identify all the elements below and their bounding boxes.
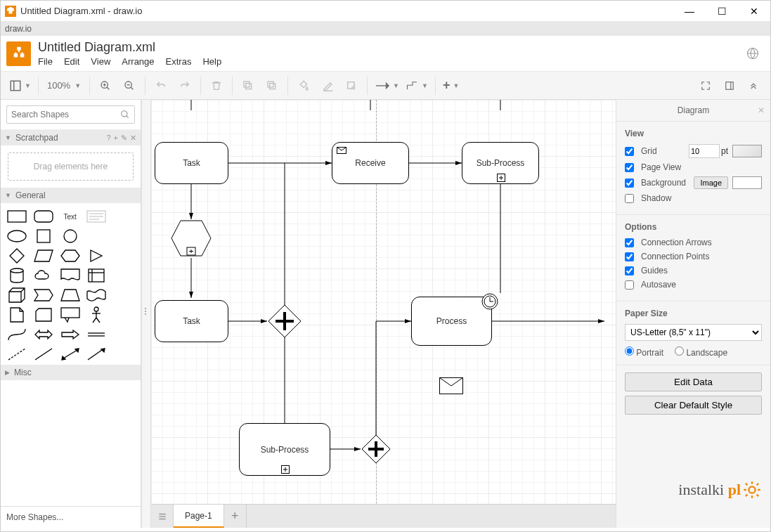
- view-mode-dropdown[interactable]: ▼: [6, 79, 34, 92]
- document-title[interactable]: Untitled Diagram.xml: [38, 40, 746, 55]
- shape-note[interactable]: [6, 307, 27, 323]
- background-image-button[interactable]: Image: [694, 176, 728, 189]
- insert-dropdown[interactable]: +▼: [440, 78, 462, 93]
- shape-dir-line[interactable]: [86, 346, 107, 362]
- scratchpad-header[interactable]: ▼Scratchpad ? + ✎ ✕: [1, 130, 141, 145]
- bpmn-message[interactable]: [439, 377, 463, 394]
- shape-rounded-rect[interactable]: [33, 209, 54, 224]
- redo-button[interactable]: [174, 74, 196, 97]
- waypoint-style-dropdown[interactable]: ▼: [403, 81, 431, 91]
- zoom-dropdown[interactable]: 100%▼: [43, 80, 85, 91]
- conn-points-checkbox[interactable]: [625, 252, 634, 261]
- page-tab-1[interactable]: Page-1: [174, 505, 224, 528]
- conn-arrows-checkbox[interactable]: [625, 238, 634, 247]
- shape-textbox[interactable]: [86, 209, 107, 224]
- shape-bidir-arrow[interactable]: [33, 327, 54, 342]
- bpmn-task-node[interactable]: Task: [155, 142, 228, 184]
- bpmn-subprocess2-node[interactable]: Sub-Process: [239, 423, 330, 476]
- bpmn-process-node[interactable]: Process: [411, 297, 492, 346]
- shape-arrow[interactable]: [60, 327, 81, 342]
- autosave-checkbox[interactable]: [625, 280, 634, 290]
- collapse-button[interactable]: [742, 74, 765, 97]
- to-back-button[interactable]: [261, 74, 283, 97]
- search-shapes-input[interactable]: [6, 105, 135, 124]
- grid-size-input[interactable]: [689, 144, 720, 158]
- menu-file[interactable]: File: [38, 56, 53, 67]
- misc-section-header[interactable]: ▶Misc: [1, 365, 141, 380]
- menu-edit[interactable]: Edit: [64, 56, 79, 67]
- fill-color-button[interactable]: [292, 74, 315, 97]
- shape-hexagon[interactable]: [60, 248, 81, 264]
- delete-button[interactable]: [205, 74, 228, 97]
- guides-checkbox[interactable]: [625, 266, 634, 275]
- format-panel-toggle[interactable]: [718, 74, 741, 97]
- scratchpad-help-icon[interactable]: ?: [106, 134, 110, 142]
- paper-size-select[interactable]: US-Letter (8,5" x 11"): [625, 324, 762, 341]
- shape-circle[interactable]: [60, 228, 81, 244]
- clear-style-button[interactable]: Clear Default Style: [625, 396, 762, 415]
- portrait-radio[interactable]: Portrait: [625, 346, 663, 358]
- shape-diamond[interactable]: [6, 248, 27, 264]
- scratchpad-close-icon[interactable]: ✕: [130, 134, 136, 143]
- shape-ellipse[interactable]: [6, 228, 27, 244]
- shape-curve[interactable]: [6, 327, 27, 342]
- connection-style-dropdown[interactable]: ▼: [372, 82, 402, 90]
- edit-data-button[interactable]: Edit Data: [625, 372, 762, 391]
- menu-arrange[interactable]: Arrange: [122, 56, 154, 67]
- globe-icon[interactable]: [746, 47, 759, 60]
- general-section-header[interactable]: ▼General: [1, 188, 141, 203]
- close-button[interactable]: ✕: [738, 1, 770, 22]
- shape-triangle[interactable]: [86, 248, 107, 264]
- grid-checkbox[interactable]: [625, 147, 634, 156]
- add-page-button[interactable]: +: [224, 505, 247, 528]
- background-color-swatch[interactable]: [732, 176, 762, 189]
- pageview-checkbox[interactable]: [625, 163, 634, 172]
- scratchpad-drop-area[interactable]: Drag elements here: [8, 153, 134, 181]
- bpmn-task2-node[interactable]: Task: [155, 300, 228, 342]
- diagram-canvas[interactable]: Task Receive Sub-Process Task Process: [151, 100, 616, 504]
- shape-link[interactable]: [86, 327, 107, 342]
- shadow-checkbox[interactable]: [625, 194, 634, 203]
- minimize-button[interactable]: —: [673, 1, 706, 22]
- bpmn-receive-node[interactable]: Receive: [332, 142, 409, 184]
- zoom-out-button[interactable]: [118, 74, 141, 97]
- shape-square[interactable]: [33, 228, 54, 244]
- background-checkbox[interactable]: [625, 179, 634, 188]
- fullscreen-button[interactable]: [694, 74, 717, 97]
- shape-cloud[interactable]: [33, 268, 54, 283]
- shape-card[interactable]: [33, 307, 54, 323]
- shape-internal-storage[interactable]: [86, 268, 107, 283]
- bpmn-subprocess-node[interactable]: Sub-Process: [462, 142, 539, 184]
- line-color-button[interactable]: [316, 74, 339, 97]
- shape-document[interactable]: [60, 268, 81, 283]
- shape-dashed-line[interactable]: [6, 346, 27, 362]
- menu-extras[interactable]: Extras: [166, 56, 192, 67]
- shape-line[interactable]: [33, 346, 54, 362]
- maximize-button[interactable]: ☐: [706, 1, 738, 22]
- shadow-button[interactable]: [340, 74, 363, 97]
- menu-help[interactable]: Help: [202, 56, 221, 67]
- shape-step[interactable]: [33, 287, 54, 303]
- shape-rectangle[interactable]: [6, 209, 27, 224]
- pages-menu-button[interactable]: [151, 505, 174, 528]
- shape-cube[interactable]: [6, 287, 27, 303]
- shape-bidir-line[interactable]: [60, 346, 81, 362]
- bpmn-call-activity[interactable]: [170, 219, 212, 258]
- shape-actor[interactable]: [86, 307, 107, 323]
- shape-tape[interactable]: [86, 287, 107, 303]
- scratchpad-edit-icon[interactable]: ✎: [121, 134, 127, 143]
- to-front-button[interactable]: [237, 74, 259, 97]
- zoom-in-button[interactable]: [94, 74, 117, 97]
- shape-cylinder[interactable]: [6, 268, 27, 283]
- menu-view[interactable]: View: [91, 56, 110, 67]
- shape-trapezoid[interactable]: [60, 287, 81, 303]
- more-shapes-button[interactable]: More Shapes...: [1, 506, 141, 528]
- shape-callout[interactable]: [60, 307, 81, 323]
- bpmn-parallel-gateway[interactable]: [267, 304, 302, 339]
- undo-button[interactable]: [150, 74, 172, 97]
- shape-parallelogram[interactable]: [33, 248, 54, 264]
- close-panel-icon[interactable]: ✕: [758, 105, 765, 115]
- canvas-scroll[interactable]: Task Receive Sub-Process Task Process: [151, 100, 616, 504]
- landscape-radio[interactable]: Landscape: [675, 346, 727, 358]
- bpmn-parallel-gateway-2[interactable]: [361, 434, 391, 465]
